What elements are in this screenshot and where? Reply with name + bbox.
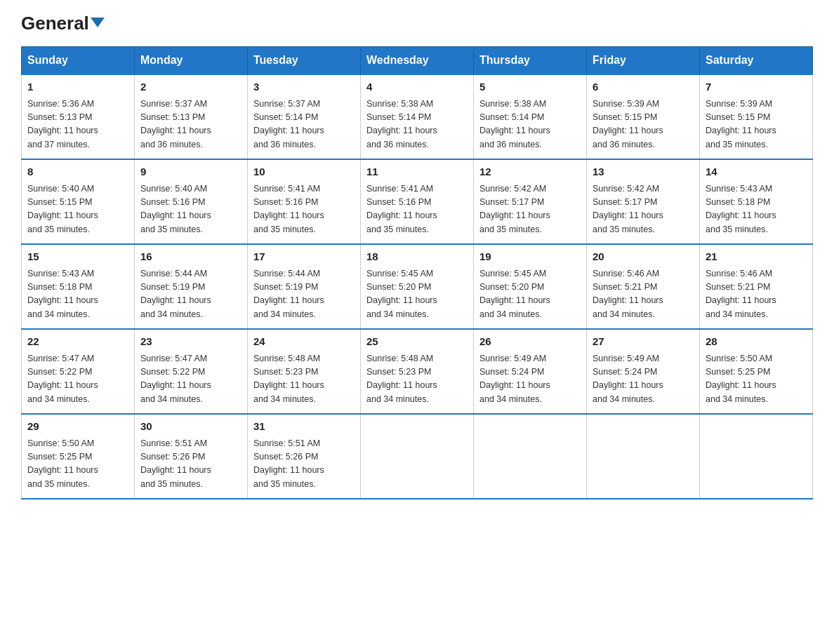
day-number: 20 — [593, 249, 694, 265]
day-cell: 11 Sunrise: 5:41 AM Sunset: 5:16 PM Dayl… — [361, 159, 474, 244]
day-cell — [587, 414, 700, 499]
day-number: 28 — [706, 334, 807, 350]
day-number: 27 — [593, 334, 694, 350]
day-info: Sunrise: 5:40 AM Sunset: 5:16 PM Dayligh… — [140, 182, 241, 237]
day-info: Sunrise: 5:43 AM Sunset: 5:18 PM Dayligh… — [27, 267, 128, 322]
day-number: 2 — [140, 79, 241, 95]
day-info: Sunrise: 5:50 AM Sunset: 5:25 PM Dayligh… — [27, 437, 128, 492]
day-cell: 8 Sunrise: 5:40 AM Sunset: 5:15 PM Dayli… — [22, 159, 135, 244]
day-info: Sunrise: 5:44 AM Sunset: 5:19 PM Dayligh… — [253, 267, 355, 322]
day-cell: 26 Sunrise: 5:49 AM Sunset: 5:24 PM Dayl… — [474, 329, 587, 414]
day-number: 15 — [27, 249, 128, 265]
day-cell: 19 Sunrise: 5:45 AM Sunset: 5:20 PM Dayl… — [474, 244, 587, 329]
day-info: Sunrise: 5:39 AM Sunset: 5:15 PM Dayligh… — [593, 98, 694, 152]
day-info: Sunrise: 5:41 AM Sunset: 5:16 PM Dayligh… — [366, 182, 468, 237]
day-cell — [474, 414, 587, 499]
day-cell: 30 Sunrise: 5:51 AM Sunset: 5:26 PM Dayl… — [135, 414, 248, 499]
day-info: Sunrise: 5:39 AM Sunset: 5:15 PM Dayligh… — [706, 98, 807, 152]
day-info: Sunrise: 5:37 AM Sunset: 5:13 PM Dayligh… — [140, 98, 241, 152]
day-info: Sunrise: 5:49 AM Sunset: 5:24 PM Dayligh… — [479, 352, 581, 407]
day-info: Sunrise: 5:47 AM Sunset: 5:22 PM Dayligh… — [27, 352, 128, 407]
day-info: Sunrise: 5:44 AM Sunset: 5:19 PM Dayligh… — [140, 267, 241, 322]
day-number: 17 — [253, 249, 355, 265]
day-cell: 13 Sunrise: 5:42 AM Sunset: 5:17 PM Dayl… — [587, 159, 700, 244]
day-number: 16 — [140, 249, 241, 265]
logo-area: General — [21, 14, 105, 34]
day-cell: 29 Sunrise: 5:50 AM Sunset: 5:25 PM Dayl… — [22, 414, 135, 499]
day-cell: 1 Sunrise: 5:36 AM Sunset: 5:13 PM Dayli… — [22, 74, 135, 159]
day-cell: 31 Sunrise: 5:51 AM Sunset: 5:26 PM Dayl… — [248, 414, 361, 499]
day-info: Sunrise: 5:51 AM Sunset: 5:26 PM Dayligh… — [140, 437, 241, 492]
day-info: Sunrise: 5:42 AM Sunset: 5:17 PM Dayligh… — [593, 182, 694, 237]
week-row-1: 8 Sunrise: 5:40 AM Sunset: 5:15 PM Dayli… — [22, 159, 813, 244]
day-info: Sunrise: 5:40 AM Sunset: 5:15 PM Dayligh… — [27, 182, 128, 237]
header-monday: Monday — [135, 47, 248, 75]
day-info: Sunrise: 5:38 AM Sunset: 5:14 PM Dayligh… — [366, 98, 468, 152]
day-number: 1 — [27, 79, 128, 95]
day-number: 8 — [27, 164, 128, 180]
day-number: 30 — [140, 419, 241, 435]
day-info: Sunrise: 5:48 AM Sunset: 5:23 PM Dayligh… — [253, 352, 355, 407]
header-friday: Friday — [587, 47, 700, 75]
day-cell: 7 Sunrise: 5:39 AM Sunset: 5:15 PM Dayli… — [700, 74, 813, 159]
day-number: 10 — [253, 164, 355, 180]
day-info: Sunrise: 5:45 AM Sunset: 5:20 PM Dayligh… — [366, 267, 468, 322]
day-info: Sunrise: 5:41 AM Sunset: 5:16 PM Dayligh… — [253, 182, 355, 237]
day-number: 23 — [140, 334, 241, 350]
week-row-4: 29 Sunrise: 5:50 AM Sunset: 5:25 PM Dayl… — [22, 414, 813, 499]
day-cell: 20 Sunrise: 5:46 AM Sunset: 5:21 PM Dayl… — [587, 244, 700, 329]
day-number: 19 — [479, 249, 581, 265]
day-cell: 6 Sunrise: 5:39 AM Sunset: 5:15 PM Dayli… — [587, 74, 700, 159]
header-saturday: Saturday — [700, 47, 813, 75]
day-number: 21 — [706, 249, 807, 265]
day-number: 11 — [366, 164, 468, 180]
day-number: 31 — [253, 419, 355, 435]
day-info: Sunrise: 5:36 AM Sunset: 5:13 PM Dayligh… — [27, 98, 128, 152]
day-number: 5 — [479, 79, 581, 95]
day-cell: 5 Sunrise: 5:38 AM Sunset: 5:14 PM Dayli… — [474, 74, 587, 159]
day-cell: 23 Sunrise: 5:47 AM Sunset: 5:22 PM Dayl… — [135, 329, 248, 414]
day-number: 29 — [27, 419, 128, 435]
day-number: 24 — [253, 334, 355, 350]
header-wednesday: Wednesday — [361, 47, 474, 75]
day-cell: 28 Sunrise: 5:50 AM Sunset: 5:25 PM Dayl… — [700, 329, 813, 414]
calendar-header: SundayMondayTuesdayWednesdayThursdayFrid… — [22, 47, 813, 75]
day-number: 6 — [593, 79, 694, 95]
day-cell: 17 Sunrise: 5:44 AM Sunset: 5:19 PM Dayl… — [248, 244, 361, 329]
logo-general: General — [21, 14, 105, 32]
day-number: 9 — [140, 164, 241, 180]
day-info: Sunrise: 5:42 AM Sunset: 5:17 PM Dayligh… — [479, 182, 581, 237]
day-number: 7 — [706, 79, 807, 95]
day-cell: 22 Sunrise: 5:47 AM Sunset: 5:22 PM Dayl… — [22, 329, 135, 414]
day-number: 4 — [366, 79, 468, 95]
header-sunday: Sunday — [22, 47, 135, 75]
day-cell: 10 Sunrise: 5:41 AM Sunset: 5:16 PM Dayl… — [248, 159, 361, 244]
day-cell: 3 Sunrise: 5:37 AM Sunset: 5:14 PM Dayli… — [248, 74, 361, 159]
day-cell: 4 Sunrise: 5:38 AM Sunset: 5:14 PM Dayli… — [361, 74, 474, 159]
day-info: Sunrise: 5:51 AM Sunset: 5:26 PM Dayligh… — [253, 437, 355, 492]
day-info: Sunrise: 5:50 AM Sunset: 5:25 PM Dayligh… — [706, 352, 807, 407]
day-info: Sunrise: 5:48 AM Sunset: 5:23 PM Dayligh… — [366, 352, 468, 407]
day-cell: 21 Sunrise: 5:46 AM Sunset: 5:21 PM Dayl… — [700, 244, 813, 329]
day-info: Sunrise: 5:38 AM Sunset: 5:14 PM Dayligh… — [479, 98, 581, 152]
calendar-body: 1 Sunrise: 5:36 AM Sunset: 5:13 PM Dayli… — [22, 74, 813, 499]
week-row-3: 22 Sunrise: 5:47 AM Sunset: 5:22 PM Dayl… — [22, 329, 813, 414]
day-number: 3 — [253, 79, 355, 95]
day-number: 25 — [366, 334, 468, 350]
day-info: Sunrise: 5:47 AM Sunset: 5:22 PM Dayligh… — [140, 352, 241, 407]
day-info: Sunrise: 5:45 AM Sunset: 5:20 PM Dayligh… — [479, 267, 581, 322]
logo-triangle-icon — [91, 18, 105, 27]
day-number: 14 — [706, 164, 807, 180]
page-header: General — [21, 14, 813, 34]
day-number: 26 — [479, 334, 581, 350]
header-row: SundayMondayTuesdayWednesdayThursdayFrid… — [22, 47, 813, 75]
day-cell: 12 Sunrise: 5:42 AM Sunset: 5:17 PM Dayl… — [474, 159, 587, 244]
day-cell — [361, 414, 474, 499]
day-cell: 24 Sunrise: 5:48 AM Sunset: 5:23 PM Dayl… — [248, 329, 361, 414]
day-cell: 16 Sunrise: 5:44 AM Sunset: 5:19 PM Dayl… — [135, 244, 248, 329]
day-info: Sunrise: 5:43 AM Sunset: 5:18 PM Dayligh… — [706, 182, 807, 237]
header-tuesday: Tuesday — [248, 47, 361, 75]
calendar-table: SundayMondayTuesdayWednesdayThursdayFrid… — [21, 46, 813, 499]
day-number: 12 — [479, 164, 581, 180]
day-cell: 15 Sunrise: 5:43 AM Sunset: 5:18 PM Dayl… — [22, 244, 135, 329]
